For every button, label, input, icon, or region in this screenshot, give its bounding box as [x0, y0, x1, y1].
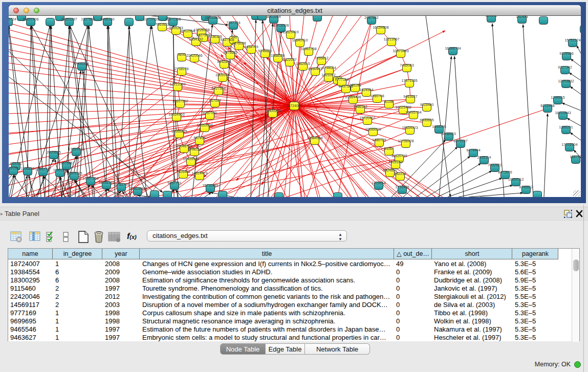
svg-text:16033809: 16033809: [205, 16, 221, 19]
svg-text:19975867: 19975867: [58, 161, 74, 165]
svg-text:14055724: 14055724: [9, 17, 16, 21]
svg-text:8471676: 8471676: [498, 170, 512, 174]
svg-text:1880728: 1880728: [372, 138, 386, 142]
svg-text:1156829: 1156829: [21, 167, 35, 170]
svg-text:3498222: 3498222: [187, 147, 201, 151]
svg-text:587835: 587835: [193, 136, 205, 140]
svg-text:9129966: 9129966: [559, 52, 573, 55]
svg-text:18654923: 18654923: [402, 126, 418, 129]
svg-text:1733426: 1733426: [395, 185, 409, 189]
svg-text:10107552: 10107552: [172, 99, 188, 103]
svg-text:1615132: 1615132: [388, 160, 402, 164]
svg-text:19654953: 19654953: [168, 113, 184, 116]
svg-text:9777169: 9777169: [335, 78, 349, 81]
svg-text:1419614: 1419614: [372, 181, 385, 185]
svg-text:62160: 62160: [384, 100, 394, 103]
svg-text:84067: 84067: [384, 147, 394, 150]
svg-text:15409949: 15409949: [183, 157, 199, 161]
svg-text:1362615: 1362615: [296, 62, 310, 65]
svg-text:17359928: 17359928: [68, 147, 84, 151]
svg-text:1621072: 1621072: [321, 73, 335, 77]
svg-text:9875685: 9875685: [223, 51, 237, 54]
svg-text:10973493: 10973493: [393, 49, 408, 53]
svg-text:2718176: 2718176: [175, 67, 188, 71]
svg-text:1060748: 1060748: [370, 94, 384, 98]
svg-text:13226058: 13226058: [193, 28, 209, 32]
svg-text:8454749: 8454749: [244, 45, 258, 49]
svg-text:8813054: 8813054: [267, 16, 280, 18]
svg-text:21564436: 21564436: [345, 95, 361, 99]
svg-text:18640910: 18640910: [292, 38, 308, 42]
svg-text:924502: 924502: [485, 16, 497, 17]
svg-text:17957253: 17957253: [82, 177, 98, 180]
svg-text:10719155: 10719155: [143, 17, 159, 21]
svg-text:8215958: 8215958: [540, 104, 554, 107]
svg-text:8322037: 8322037: [282, 58, 296, 61]
svg-text:22420046: 22420046: [186, 54, 202, 57]
svg-text:16782759: 16782759: [113, 183, 129, 186]
svg-text:7955812: 7955812: [314, 56, 328, 60]
svg-text:12093832: 12093832: [558, 79, 574, 83]
svg-text:7986322: 7986322: [353, 105, 367, 108]
svg-text:6466160: 6466160: [100, 17, 114, 21]
svg-text:2905334: 2905334: [75, 62, 89, 65]
svg-text:16154808: 16154808: [373, 26, 388, 29]
svg-text:9912954: 9912954: [181, 29, 194, 33]
svg-text:1644095: 1644095: [432, 125, 446, 128]
svg-text:16961758: 16961758: [300, 47, 316, 51]
svg-text:1369291: 1369291: [559, 125, 573, 129]
svg-text:10756928: 10756928: [398, 139, 413, 143]
svg-text:18724007: 18724007: [286, 104, 302, 107]
svg-text:10025488: 10025488: [395, 105, 411, 109]
svg-text:417004: 417004: [209, 99, 221, 102]
svg-text:9896: 9896: [178, 53, 186, 56]
svg-text:12213967: 12213967: [383, 37, 399, 41]
svg-text:252234: 252234: [394, 172, 406, 176]
svg-text:2876038: 2876038: [232, 41, 246, 45]
svg-text:12505115: 12505115: [67, 171, 82, 175]
svg-text:20691406: 20691406: [23, 17, 38, 21]
svg-text:8427552: 8427552: [211, 86, 225, 90]
svg-text:9474444: 9474444: [466, 148, 480, 152]
svg-text:9524851: 9524851: [383, 168, 397, 172]
svg-text:746266: 746266: [349, 83, 361, 87]
svg-text:14914479: 14914479: [191, 171, 207, 175]
svg-text:11958107: 11958107: [99, 181, 115, 184]
svg-text:12923445: 12923445: [129, 187, 145, 190]
svg-text:16648784: 16648784: [445, 47, 461, 50]
svg-text:8990443: 8990443: [308, 67, 322, 71]
svg-text:9146821: 9146821: [258, 49, 272, 53]
svg-text:7632621: 7632621: [488, 163, 502, 167]
svg-text:9794024: 9794024: [322, 66, 336, 70]
svg-text:7663822: 7663822: [155, 23, 169, 26]
svg-text:13353594: 13353594: [197, 123, 212, 127]
svg-text:19384554: 19384554: [307, 136, 322, 140]
svg-text:15716485: 15716485: [202, 184, 218, 187]
svg-text:19166825: 19166825: [171, 129, 187, 133]
svg-text:17975155: 17975155: [401, 79, 417, 82]
svg-text:10688609: 10688609: [365, 127, 381, 131]
svg-text:9227342: 9227342: [558, 65, 572, 69]
svg-text:9463627: 9463627: [403, 95, 417, 98]
svg-text:6679197: 6679197: [453, 139, 467, 143]
svg-text:18300295: 18300295: [265, 109, 280, 113]
svg-text:9242848: 9242848: [217, 60, 231, 63]
svg-text:10654112: 10654112: [508, 178, 524, 181]
svg-text:18495784: 18495784: [405, 111, 421, 114]
svg-text:2020655: 2020655: [47, 150, 60, 154]
svg-text:102454: 102454: [516, 16, 528, 18]
svg-text:2803144: 2803144: [215, 73, 229, 77]
svg-text:546: 546: [231, 35, 237, 39]
svg-text:9457791: 9457791: [167, 181, 181, 185]
svg-text:10553287: 10553287: [61, 17, 77, 21]
svg-text:15720407: 15720407: [359, 116, 375, 120]
svg-text:16210643: 16210643: [555, 111, 571, 115]
svg-text:1624554: 1624554: [359, 88, 373, 92]
svg-text:15751074: 15751074: [564, 38, 580, 42]
svg-text:39159: 39159: [9, 166, 18, 170]
svg-text:7485063: 7485063: [400, 63, 413, 67]
svg-text:1588520: 1588520: [271, 54, 285, 57]
svg-text:12213369: 12213369: [169, 82, 185, 86]
svg-text:9327505: 9327505: [196, 33, 210, 37]
svg-text:2087682: 2087682: [364, 16, 378, 19]
